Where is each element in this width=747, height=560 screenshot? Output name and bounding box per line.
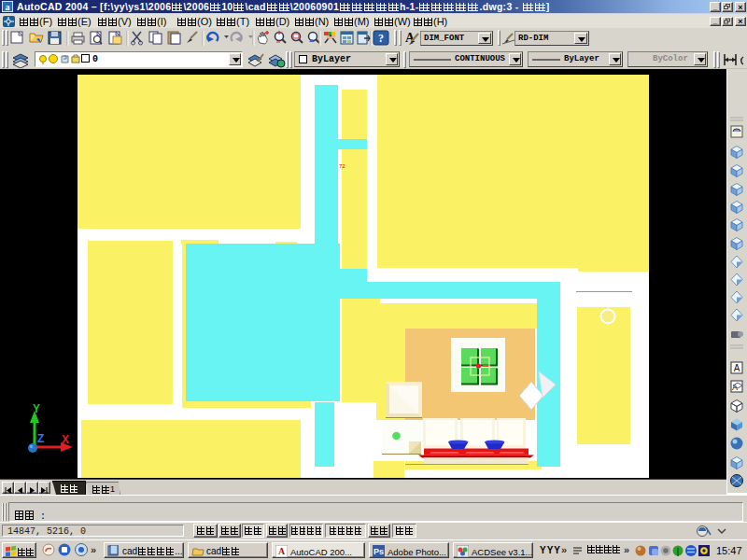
svg-text:X: X: [62, 433, 69, 446]
svg-text:A: A: [734, 363, 740, 373]
svg-text:A: A: [278, 546, 286, 556]
svg-text:?: ?: [378, 32, 384, 45]
svg-text:Z: Z: [37, 432, 44, 445]
svg-text:72: 72: [339, 163, 345, 169]
svg-text:Y: Y: [33, 402, 40, 415]
svg-text:Ps: Ps: [374, 547, 384, 556]
